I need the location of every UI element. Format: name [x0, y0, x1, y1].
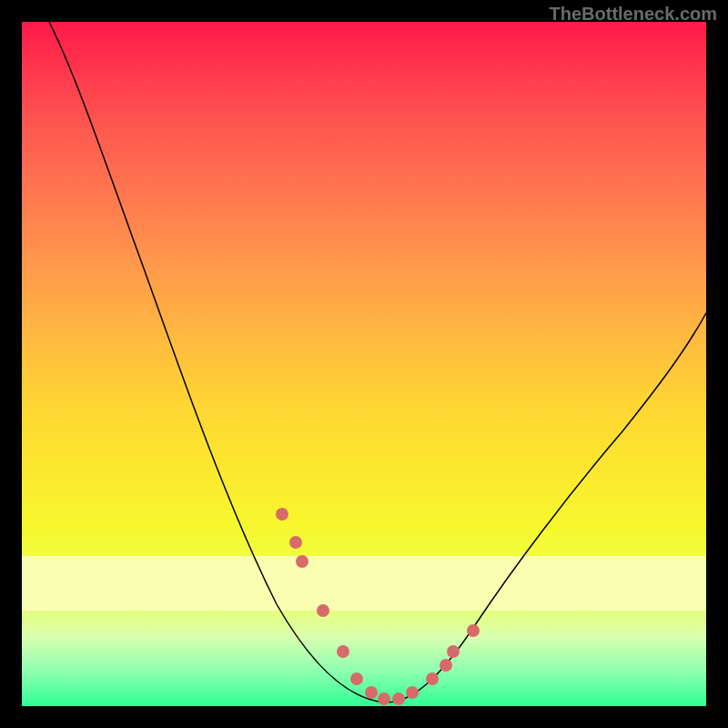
marker-dot: [467, 624, 480, 637]
marker-dot: [426, 672, 439, 685]
marker-dot: [440, 659, 452, 672]
marker-dot: [365, 686, 378, 699]
marker-dot: [406, 686, 419, 699]
marker-dot: [276, 508, 288, 521]
watermark-text: TheBottleneck.com: [550, 4, 717, 25]
marker-group: [276, 508, 480, 705]
marker-dot: [337, 645, 349, 658]
chart-svg: [22, 22, 706, 706]
marker-dot: [447, 645, 460, 658]
marker-dot: [378, 693, 390, 705]
bottleneck-curve: [49, 22, 706, 703]
marker-dot: [289, 536, 302, 549]
marker-dot: [392, 693, 405, 705]
marker-dot: [350, 672, 363, 685]
marker-dot: [317, 604, 329, 617]
marker-dot: [296, 555, 308, 568]
